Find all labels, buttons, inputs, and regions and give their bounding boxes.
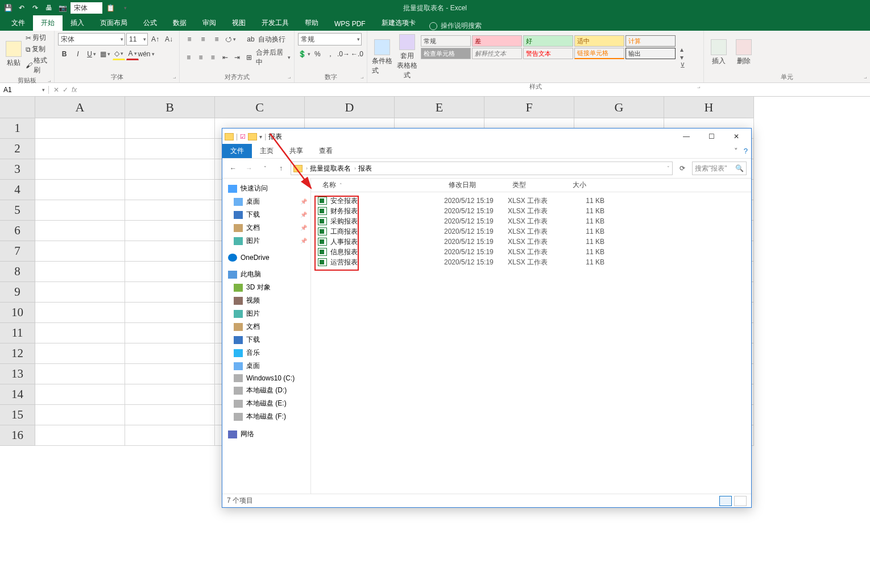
cell[interactable]: [35, 425, 125, 446]
minimize-button[interactable]: —: [674, 129, 699, 144]
decrease-font-icon[interactable]: A↓: [163, 33, 175, 45]
file-row[interactable]: 人事报表 2020/5/12 15:19 XLSX 工作表 11 KB: [318, 237, 751, 247]
paste-button[interactable]: 粘贴: [3, 33, 23, 75]
style-bad[interactable]: 差: [472, 35, 522, 47]
cell[interactable]: [35, 384, 125, 405]
col-date[interactable]: 修改日期: [444, 179, 508, 192]
row-header[interactable]: 12: [0, 343, 35, 364]
font-name-combo[interactable]: 宋体: [58, 33, 125, 45]
merge-button[interactable]: ⊞: [244, 51, 255, 64]
cell[interactable]: [125, 118, 215, 139]
nav-e-drive[interactable]: 本地磁盘 (E:): [222, 397, 310, 410]
row-header[interactable]: 1: [0, 118, 35, 139]
phonetic-button[interactable]: wén▾: [140, 48, 152, 60]
tab-review[interactable]: 审阅: [194, 15, 224, 31]
nav-thispc[interactable]: 此电脑: [222, 268, 310, 281]
nav-pictures2[interactable]: 图片: [222, 307, 310, 320]
wrap-text-button[interactable]: ab: [245, 33, 257, 45]
increase-font-icon[interactable]: A↑: [149, 33, 161, 45]
copy-button[interactable]: ⧉复制: [26, 44, 51, 54]
cell[interactable]: [125, 262, 215, 282]
help-icon[interactable]: ?: [744, 147, 748, 155]
align-left-icon[interactable]: ≡: [183, 51, 194, 64]
cell[interactable]: [125, 200, 215, 221]
cell[interactable]: [125, 425, 215, 446]
row-header[interactable]: 5: [0, 200, 35, 221]
styles-down-icon[interactable]: ▾: [680, 53, 685, 61]
redo-icon[interactable]: ↷: [28, 1, 42, 15]
insert-cells-button[interactable]: 插入: [707, 33, 730, 72]
cell[interactable]: [125, 139, 215, 159]
format-painter-button[interactable]: 🖌格式刷: [26, 56, 51, 75]
nav-desktop[interactable]: 桌面: [222, 195, 310, 208]
column-header[interactable]: G: [574, 97, 664, 118]
column-header[interactable]: F: [484, 97, 574, 118]
cell[interactable]: [35, 200, 125, 221]
nav-network[interactable]: 网络: [222, 428, 310, 441]
nav-onedrive[interactable]: OneDrive: [222, 252, 310, 263]
row-header[interactable]: 2: [0, 139, 35, 159]
bold-button[interactable]: B: [58, 48, 71, 60]
tab-home[interactable]: 开始: [33, 15, 63, 31]
column-header[interactable]: E: [395, 97, 484, 118]
font-size-combo[interactable]: 11: [126, 33, 148, 45]
row-header[interactable]: 9: [0, 282, 35, 303]
cell[interactable]: [125, 364, 215, 384]
details-view-icon[interactable]: [719, 496, 732, 506]
column-header[interactable]: C: [215, 97, 305, 118]
tell-me-search[interactable]: 操作说明搜索: [424, 21, 487, 31]
nav-d-drive[interactable]: 本地磁盘 (D:): [222, 384, 310, 397]
row-header[interactable]: 10: [0, 303, 35, 323]
undo-icon[interactable]: ↶: [15, 1, 28, 15]
cell[interactable]: [125, 323, 215, 343]
row-header[interactable]: 3: [0, 159, 35, 180]
tab-formulas[interactable]: 公式: [135, 15, 165, 31]
align-bottom-icon[interactable]: ≡: [210, 33, 223, 45]
camera-icon[interactable]: 📷: [56, 1, 69, 15]
cell[interactable]: [35, 323, 125, 343]
align-middle-icon[interactable]: ≡: [197, 33, 209, 45]
italic-button[interactable]: I: [72, 48, 84, 60]
cell[interactable]: [35, 282, 125, 303]
up-button[interactable]: ↑: [275, 162, 287, 175]
explorer-tab-view[interactable]: 查看: [311, 144, 341, 158]
nav-downloads[interactable]: 下载: [222, 208, 310, 221]
tab-file[interactable]: 文件: [3, 15, 33, 31]
cell[interactable]: [35, 139, 125, 159]
nav-quick-access[interactable]: 快速访问: [222, 182, 310, 195]
name-box[interactable]: A1▾: [0, 86, 49, 94]
forward-button[interactable]: →: [243, 162, 255, 175]
close-button[interactable]: ✕: [724, 129, 749, 144]
styles-more-icon[interactable]: ⊻: [680, 61, 685, 69]
table-format-button[interactable]: 套用 表格格式: [396, 33, 419, 81]
tab-newtab[interactable]: 新建选项卡: [374, 15, 424, 31]
increase-decimal-icon[interactable]: .0→: [337, 48, 350, 60]
cell[interactable]: [35, 405, 125, 425]
nav-f-drive[interactable]: 本地磁盘 (F:): [222, 410, 310, 423]
back-button[interactable]: ←: [227, 162, 239, 175]
styles-up-icon[interactable]: ▴: [680, 45, 685, 53]
nav-3dobjects[interactable]: 3D 对象: [222, 281, 310, 294]
search-input[interactable]: 搜索"报表" 🔍: [692, 162, 747, 175]
row-header[interactable]: 7: [0, 241, 35, 262]
border-button[interactable]: ▦▾: [99, 48, 111, 60]
cut-button[interactable]: ✂剪切: [26, 33, 51, 43]
recent-locations-icon[interactable]: ˅: [259, 162, 271, 175]
fill-color-button[interactable]: ◇▾: [113, 48, 125, 60]
cell[interactable]: [35, 364, 125, 384]
row-header[interactable]: 16: [0, 425, 35, 446]
cell[interactable]: [125, 282, 215, 303]
cell[interactable]: [125, 241, 215, 262]
row-header[interactable]: 14: [0, 384, 35, 405]
nav-pictures[interactable]: 图片: [222, 234, 310, 247]
nav-documents[interactable]: 文档: [222, 221, 310, 234]
file-row[interactable]: 工商报表 2020/5/12 15:19 XLSX 工作表 11 KB: [318, 226, 751, 237]
explorer-titlebar[interactable]: | ☑ ▾ | 报表 — ☐ ✕: [222, 129, 751, 144]
row-header[interactable]: 4: [0, 180, 35, 200]
col-name[interactable]: 名称˄: [318, 179, 444, 192]
currency-icon[interactable]: 💲▾: [298, 48, 310, 60]
paste-icon[interactable]: 📋: [103, 1, 117, 15]
cell[interactable]: [35, 180, 125, 200]
comma-icon[interactable]: ，: [325, 48, 337, 60]
percent-icon[interactable]: %: [312, 48, 324, 60]
